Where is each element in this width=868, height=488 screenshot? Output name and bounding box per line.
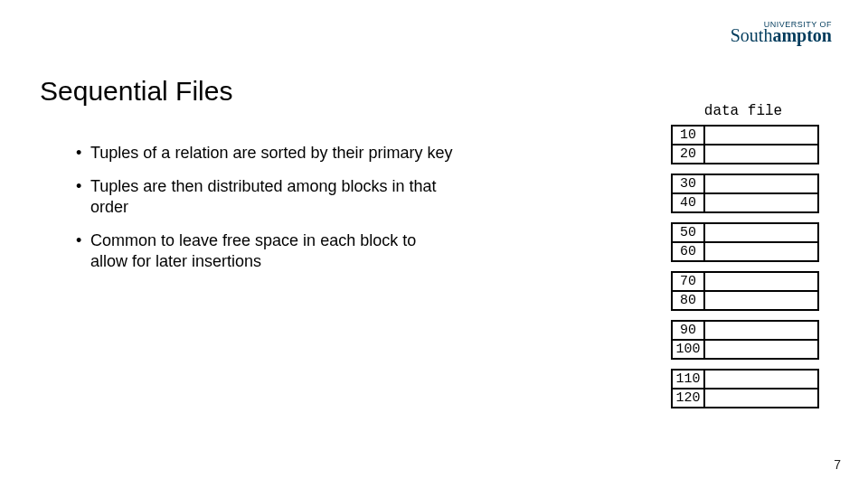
file-block: 110 120	[671, 369, 819, 408]
tuple-key: 10	[673, 127, 705, 144]
tuple-row: 100	[673, 339, 817, 358]
tuple-rest	[705, 194, 817, 211]
tuple-row: 50	[673, 224, 817, 241]
tuple-row: 10	[673, 127, 817, 144]
tuple-key: 110	[673, 371, 705, 388]
file-block: 70 80	[671, 271, 819, 311]
data-file-diagram: data file 10 20 30 40 50 60 70 80 90 100…	[671, 103, 816, 418]
tuple-row: 60	[673, 241, 817, 260]
tuple-rest	[705, 224, 817, 241]
file-block: 90 100	[671, 320, 819, 360]
bullet-item: Tuples of a relation are sorted by their…	[76, 143, 456, 164]
tuple-rest	[705, 145, 817, 163]
page-number: 7	[834, 457, 841, 472]
file-block: 30 40	[671, 174, 819, 213]
tuple-rest	[705, 273, 817, 290]
file-block: 50 60	[671, 222, 819, 262]
tuple-rest	[705, 371, 817, 388]
tuple-key: 120	[673, 389, 705, 407]
tuple-rest	[705, 341, 817, 358]
tuple-key: 40	[673, 194, 705, 211]
tuple-rest	[705, 322, 817, 339]
tuple-key: 50	[673, 224, 705, 241]
tuple-key: 90	[673, 322, 705, 339]
tuple-row: 120	[673, 388, 817, 407]
tuple-row: 110	[673, 371, 817, 388]
logo-main-text: Southampton	[731, 25, 832, 46]
tuple-key: 100	[673, 341, 705, 358]
tuple-row: 40	[673, 192, 817, 211]
data-file-label: data file	[671, 103, 816, 119]
bullet-list: Tuples of a relation are sorted by their…	[40, 143, 456, 285]
tuple-row: 30	[673, 175, 817, 192]
tuple-row: 20	[673, 144, 817, 163]
tuple-rest	[705, 243, 817, 260]
tuple-rest	[705, 127, 817, 144]
tuple-key: 60	[673, 243, 705, 260]
tuple-rest	[705, 389, 817, 407]
tuple-key: 30	[673, 175, 705, 192]
file-block: 10 20	[671, 125, 819, 164]
tuple-row: 80	[673, 290, 817, 309]
tuple-row: 70	[673, 273, 817, 290]
bullet-item: Tuples are then distributed among blocks…	[76, 176, 456, 218]
slide-title: Sequential Files	[40, 76, 232, 107]
tuple-key: 20	[673, 145, 705, 163]
tuple-row: 90	[673, 322, 817, 339]
bullet-item: Common to leave free space in each block…	[76, 230, 456, 272]
tuple-rest	[705, 292, 817, 309]
university-logo: UNIVERSITY OF Southampton	[731, 20, 832, 46]
tuple-key: 70	[673, 273, 705, 290]
tuple-key: 80	[673, 292, 705, 309]
tuple-rest	[705, 175, 817, 192]
